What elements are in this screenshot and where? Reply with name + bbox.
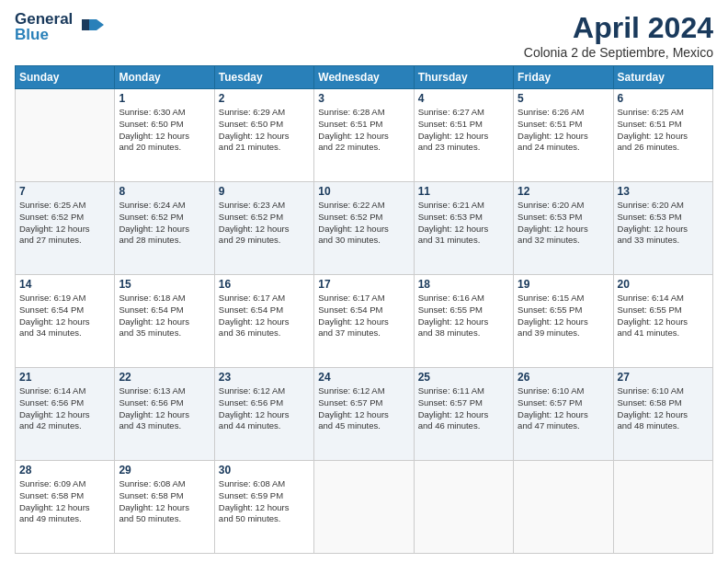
day-number: 7	[19, 185, 110, 198]
day-number: 13	[618, 185, 709, 198]
calendar-cell	[613, 461, 712, 554]
day-info: Sunrise: 6:10 AM Sunset: 6:57 PM Dayligh…	[518, 385, 609, 432]
calendar-cell: 28Sunrise: 6:09 AM Sunset: 6:58 PM Dayli…	[16, 461, 115, 554]
calendar-week-row: 14Sunrise: 6:19 AM Sunset: 6:54 PM Dayli…	[16, 275, 713, 368]
day-info: Sunrise: 6:09 AM Sunset: 6:58 PM Dayligh…	[19, 478, 110, 525]
col-header-saturday: Saturday	[613, 66, 712, 89]
day-number: 3	[318, 92, 409, 105]
day-number: 20	[618, 278, 709, 291]
day-number: 8	[119, 185, 210, 198]
day-info: Sunrise: 6:18 AM Sunset: 6:54 PM Dayligh…	[119, 293, 210, 339]
day-info: Sunrise: 6:08 AM Sunset: 6:59 PM Dayligh…	[219, 478, 310, 525]
day-number: 12	[518, 185, 609, 198]
month-title: April 2024	[524, 11, 713, 45]
day-number: 27	[618, 371, 709, 384]
day-info: Sunrise: 6:23 AM Sunset: 6:52 PM Dayligh…	[219, 200, 310, 247]
calendar-cell	[16, 89, 115, 182]
day-number: 18	[418, 278, 509, 291]
calendar-table: SundayMondayTuesdayWednesdayThursdayFrid…	[15, 65, 713, 554]
logo: General Blue	[15, 11, 104, 42]
calendar-cell: 29Sunrise: 6:08 AM Sunset: 6:58 PM Dayli…	[115, 461, 214, 554]
day-info: Sunrise: 6:17 AM Sunset: 6:54 PM Dayligh…	[219, 293, 310, 339]
calendar-cell: 8Sunrise: 6:24 AM Sunset: 6:52 PM Daylig…	[115, 182, 214, 275]
col-header-friday: Friday	[514, 66, 613, 89]
day-number: 9	[219, 185, 310, 198]
calendar-cell: 26Sunrise: 6:10 AM Sunset: 6:57 PM Dayli…	[514, 368, 613, 461]
day-info: Sunrise: 6:30 AM Sunset: 6:50 PM Dayligh…	[119, 107, 210, 154]
day-info: Sunrise: 6:10 AM Sunset: 6:58 PM Dayligh…	[618, 385, 709, 432]
day-number: 19	[518, 278, 609, 291]
day-info: Sunrise: 6:12 AM Sunset: 6:56 PM Dayligh…	[219, 385, 310, 432]
calendar-cell: 14Sunrise: 6:19 AM Sunset: 6:54 PM Dayli…	[16, 275, 115, 368]
day-info: Sunrise: 6:08 AM Sunset: 6:58 PM Dayligh…	[119, 478, 210, 525]
calendar-cell: 10Sunrise: 6:22 AM Sunset: 6:52 PM Dayli…	[314, 182, 414, 275]
col-header-sunday: Sunday	[16, 66, 115, 89]
calendar-cell: 30Sunrise: 6:08 AM Sunset: 6:59 PM Dayli…	[214, 461, 313, 554]
day-number: 29	[119, 464, 210, 477]
calendar-cell: 4Sunrise: 6:27 AM Sunset: 6:51 PM Daylig…	[414, 89, 513, 182]
day-info: Sunrise: 6:17 AM Sunset: 6:54 PM Dayligh…	[318, 293, 409, 339]
day-number: 16	[219, 278, 310, 291]
logo-general: General	[15, 11, 73, 27]
calendar-cell: 24Sunrise: 6:12 AM Sunset: 6:57 PM Dayli…	[314, 368, 414, 461]
day-info: Sunrise: 6:21 AM Sunset: 6:53 PM Dayligh…	[418, 200, 509, 247]
calendar-cell: 23Sunrise: 6:12 AM Sunset: 6:56 PM Dayli…	[214, 368, 313, 461]
day-number: 15	[119, 278, 210, 291]
day-number: 23	[219, 371, 310, 384]
day-info: Sunrise: 6:25 AM Sunset: 6:52 PM Dayligh…	[19, 200, 110, 247]
calendar-cell	[414, 461, 513, 554]
day-info: Sunrise: 6:22 AM Sunset: 6:52 PM Dayligh…	[318, 200, 409, 247]
calendar-week-row: 7Sunrise: 6:25 AM Sunset: 6:52 PM Daylig…	[16, 182, 713, 275]
calendar-cell: 18Sunrise: 6:16 AM Sunset: 6:55 PM Dayli…	[414, 275, 513, 368]
day-info: Sunrise: 6:14 AM Sunset: 6:55 PM Dayligh…	[618, 293, 709, 339]
day-info: Sunrise: 6:20 AM Sunset: 6:53 PM Dayligh…	[518, 200, 609, 247]
calendar-cell	[514, 461, 613, 554]
day-info: Sunrise: 6:28 AM Sunset: 6:51 PM Dayligh…	[318, 107, 409, 154]
calendar-week-row: 28Sunrise: 6:09 AM Sunset: 6:58 PM Dayli…	[16, 461, 713, 554]
calendar-cell: 21Sunrise: 6:14 AM Sunset: 6:56 PM Dayli…	[16, 368, 115, 461]
day-number: 22	[119, 371, 210, 384]
col-header-thursday: Thursday	[414, 66, 513, 89]
calendar-cell: 12Sunrise: 6:20 AM Sunset: 6:53 PM Dayli…	[514, 182, 613, 275]
day-number: 26	[518, 371, 609, 384]
calendar-cell: 7Sunrise: 6:25 AM Sunset: 6:52 PM Daylig…	[16, 182, 115, 275]
day-number: 11	[418, 185, 509, 198]
logo-blue: Blue	[15, 27, 49, 42]
calendar-cell: 11Sunrise: 6:21 AM Sunset: 6:53 PM Dayli…	[414, 182, 513, 275]
day-number: 6	[618, 92, 709, 105]
col-header-wednesday: Wednesday	[314, 66, 414, 89]
svg-marker-1	[82, 19, 89, 30]
subtitle: Colonia 2 de Septiembre, Mexico	[524, 45, 713, 60]
page: General Blue April 2024 Colonia 2 de Sep…	[0, 0, 728, 563]
calendar-cell: 6Sunrise: 6:25 AM Sunset: 6:51 PM Daylig…	[613, 89, 712, 182]
col-header-tuesday: Tuesday	[214, 66, 313, 89]
calendar-cell: 13Sunrise: 6:20 AM Sunset: 6:53 PM Dayli…	[613, 182, 712, 275]
day-number: 25	[418, 371, 509, 384]
calendar-cell: 27Sunrise: 6:10 AM Sunset: 6:58 PM Dayli…	[613, 368, 712, 461]
day-number: 1	[119, 92, 210, 105]
calendar-cell: 15Sunrise: 6:18 AM Sunset: 6:54 PM Dayli…	[115, 275, 214, 368]
calendar-cell: 5Sunrise: 6:26 AM Sunset: 6:51 PM Daylig…	[514, 89, 613, 182]
day-info: Sunrise: 6:12 AM Sunset: 6:57 PM Dayligh…	[318, 385, 409, 432]
day-info: Sunrise: 6:24 AM Sunset: 6:52 PM Dayligh…	[119, 200, 210, 247]
day-info: Sunrise: 6:20 AM Sunset: 6:53 PM Dayligh…	[618, 200, 709, 247]
day-info: Sunrise: 6:19 AM Sunset: 6:54 PM Dayligh…	[19, 293, 110, 339]
logo-icon	[78, 12, 104, 41]
calendar-week-row: 1Sunrise: 6:30 AM Sunset: 6:50 PM Daylig…	[16, 89, 713, 182]
day-info: Sunrise: 6:13 AM Sunset: 6:56 PM Dayligh…	[119, 385, 210, 432]
calendar-cell: 25Sunrise: 6:11 AM Sunset: 6:57 PM Dayli…	[414, 368, 513, 461]
calendar-week-row: 21Sunrise: 6:14 AM Sunset: 6:56 PM Dayli…	[16, 368, 713, 461]
calendar-cell: 19Sunrise: 6:15 AM Sunset: 6:55 PM Dayli…	[514, 275, 613, 368]
title-area: April 2024 Colonia 2 de Septiembre, Mexi…	[524, 11, 713, 60]
calendar-cell: 9Sunrise: 6:23 AM Sunset: 6:52 PM Daylig…	[214, 182, 313, 275]
day-number: 17	[318, 278, 409, 291]
day-info: Sunrise: 6:26 AM Sunset: 6:51 PM Dayligh…	[518, 107, 609, 154]
header: General Blue April 2024 Colonia 2 de Sep…	[15, 11, 713, 60]
day-number: 24	[318, 371, 409, 384]
calendar-cell: 2Sunrise: 6:29 AM Sunset: 6:50 PM Daylig…	[214, 89, 313, 182]
day-info: Sunrise: 6:15 AM Sunset: 6:55 PM Dayligh…	[518, 293, 609, 339]
col-header-monday: Monday	[115, 66, 214, 89]
calendar-cell: 1Sunrise: 6:30 AM Sunset: 6:50 PM Daylig…	[115, 89, 214, 182]
day-info: Sunrise: 6:29 AM Sunset: 6:50 PM Dayligh…	[219, 107, 310, 154]
day-info: Sunrise: 6:25 AM Sunset: 6:51 PM Dayligh…	[618, 107, 709, 154]
